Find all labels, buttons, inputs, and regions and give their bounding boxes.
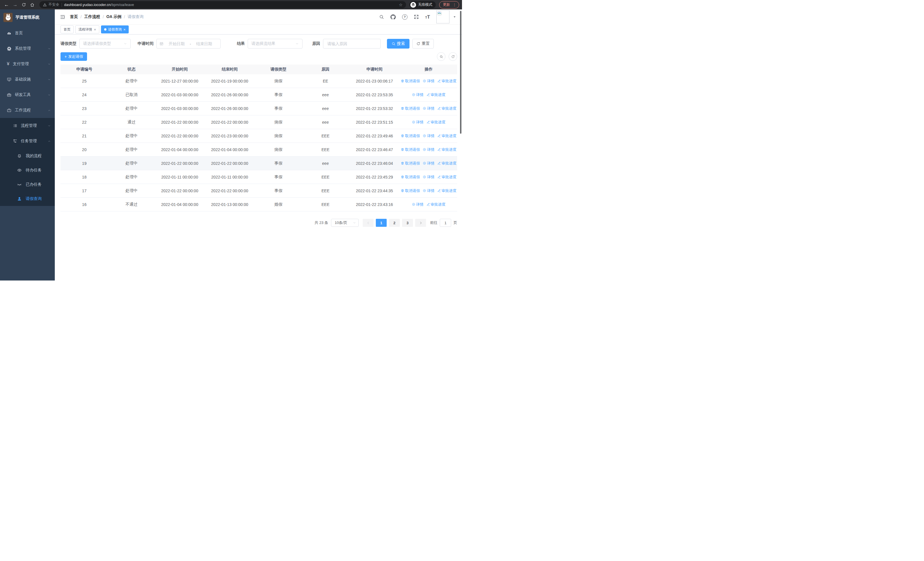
detail-link[interactable]: 详情	[412, 202, 423, 207]
tab-流程详情[interactable]: 流程详情×	[75, 26, 99, 33]
progress-link[interactable]: 审批进度	[437, 174, 456, 180]
sidebar-item[interactable]: 任务管理	[0, 133, 55, 149]
browser-home-button[interactable]	[28, 1, 36, 9]
user-menu-caret-icon[interactable]	[453, 15, 456, 18]
cancel-link[interactable]: 取消请假	[400, 78, 420, 84]
result-select[interactable]: 请选择流结果	[248, 39, 303, 48]
breadcrumb: 首页/工作流程/OA 示例/请假查询	[70, 14, 144, 20]
next-page-button[interactable]	[415, 219, 426, 227]
sidebar-item-label: 支付管理	[13, 62, 29, 66]
progress-link[interactable]: 审批进度	[437, 147, 456, 152]
refresh-table-button[interactable]	[448, 52, 457, 61]
sidebar-item[interactable]: 我的流程	[0, 149, 55, 163]
detail-link[interactable]: 详情	[423, 106, 434, 111]
detail-link[interactable]: 详情	[423, 161, 434, 166]
sidebar-item[interactable]: 待办任务	[0, 163, 55, 177]
pen-icon	[437, 175, 441, 179]
progress-link[interactable]: 审批进度	[426, 92, 446, 98]
reason-input[interactable]	[327, 41, 377, 46]
address-bar[interactable]: 不安全 dashboard.yudao.iocoder.cn/bpm/oa/le…	[39, 1, 406, 8]
page-button[interactable]: 3	[402, 219, 413, 227]
apply-time-range-picker[interactable]: -	[156, 39, 220, 48]
page-button[interactable]: 2	[389, 219, 400, 227]
sidebar-fold-icon[interactable]	[60, 14, 65, 20]
sidebar-item[interactable]: 研发工具	[0, 87, 55, 102]
progress-link[interactable]: 审批进度	[437, 161, 456, 166]
action-label: 取消请假	[405, 147, 420, 152]
help-icon[interactable]: ?	[402, 14, 408, 20]
cancel-link[interactable]: 取消请假	[400, 161, 420, 166]
sidebar: 芋道管理系统 首页系统管理¥支付管理基础设施研发工具工作流程 流程管理任务管理我…	[0, 9, 55, 281]
sidebar-item[interactable]: 系统管理	[0, 41, 55, 56]
tab-请假查询[interactable]: 请假查询×	[101, 26, 129, 33]
detail-link[interactable]: 详情	[423, 174, 434, 180]
breadcrumb-item[interactable]: 工作流程	[84, 14, 100, 20]
progress-link[interactable]: 审批进度	[426, 120, 446, 125]
browser-back-button[interactable]: ←	[3, 1, 10, 9]
reset-button[interactable]: 重置	[412, 39, 434, 48]
detail-link[interactable]: 详情	[412, 120, 423, 125]
tab-首页[interactable]: 首页	[60, 26, 74, 33]
user-icon	[17, 197, 22, 201]
end-date-input[interactable]	[193, 41, 216, 46]
browser-reload-button[interactable]	[20, 1, 27, 9]
fullscreen-icon[interactable]	[414, 14, 419, 20]
progress-link[interactable]: 审批进度	[437, 78, 456, 84]
sidebar-item[interactable]: 首页	[0, 26, 55, 41]
prev-page-button[interactable]	[363, 219, 374, 227]
font-size-icon[interactable]: TT	[425, 14, 430, 20]
detail-link[interactable]: 详情	[423, 188, 434, 193]
tab-close-icon[interactable]: ×	[94, 28, 96, 32]
action-label: 审批进度	[430, 92, 446, 98]
sidebar-logo[interactable]: 芋道管理系统	[0, 9, 55, 26]
table-body: 25处理中2021-12-27 00:00:002022-01-19 00:00…	[60, 74, 457, 211]
browser-forward-button[interactable]: →	[11, 1, 19, 9]
goto-suffix: 页	[453, 220, 457, 226]
sidebar-item[interactable]: 工作流程	[0, 102, 55, 118]
sidebar-item[interactable]: 请假查询	[0, 192, 55, 206]
start-time: 2022-01-22 00:00:00	[155, 129, 205, 143]
scrollbar-thumb[interactable]	[460, 11, 461, 134]
detail-link[interactable]: 详情	[423, 147, 434, 152]
start-date-input[interactable]	[165, 41, 188, 46]
sidebar-item[interactable]: 已办任务	[0, 177, 55, 192]
page-button[interactable]: 1	[376, 219, 387, 227]
progress-link[interactable]: 审批进度	[437, 106, 456, 111]
action-label: 详情	[427, 133, 434, 138]
cancel-link[interactable]: 取消请假	[400, 106, 420, 111]
progress-link[interactable]: 审批进度	[426, 202, 446, 207]
detail-link[interactable]: 详情	[423, 133, 434, 138]
cancel-link[interactable]: 取消请假	[400, 174, 420, 180]
cancel-link[interactable]: 取消请假	[400, 188, 420, 193]
row-actions: 详情审批进度	[400, 198, 457, 211]
detail-link[interactable]: 详情	[412, 92, 423, 98]
toggle-search-button[interactable]	[437, 52, 446, 61]
sidebar-item[interactable]: ¥支付管理	[0, 56, 55, 72]
breadcrumb-item[interactable]: 首页	[70, 14, 78, 20]
header-search-icon[interactable]	[379, 14, 384, 20]
page-size-select[interactable]: 10条/页	[331, 219, 359, 227]
user-avatar[interactable]	[436, 10, 450, 23]
goto-page-input[interactable]	[440, 219, 451, 227]
breadcrumb-separator: /	[81, 15, 82, 19]
create-leave-button[interactable]: + 发起请假	[60, 52, 87, 61]
breadcrumb-item[interactable]: OA 示例	[106, 14, 121, 20]
progress-link[interactable]: 审批进度	[437, 133, 456, 138]
leave-type-select[interactable]: 请选择请假类型	[80, 39, 131, 48]
cancel-link[interactable]: 取消请假	[400, 133, 420, 138]
forward-icon: →	[13, 2, 18, 7]
tab-close-icon[interactable]: ×	[123, 28, 126, 32]
browser-update-button[interactable]: 更新 ⋮	[439, 1, 459, 9]
reason: eee	[302, 88, 349, 101]
security-indicator[interactable]: 不安全	[43, 2, 59, 7]
bookmark-star-icon[interactable]: ☆	[399, 3, 403, 7]
sidebar-item[interactable]: 流程管理	[0, 118, 55, 133]
browser-menu-icon[interactable]: ⋮	[453, 3, 456, 7]
detail-link[interactable]: 详情	[423, 78, 434, 84]
search-button[interactable]: 搜索	[387, 39, 410, 48]
sidebar-item[interactable]: 基础设施	[0, 72, 55, 87]
status: 通过	[108, 116, 155, 129]
progress-link[interactable]: 审批进度	[437, 188, 456, 193]
cancel-link[interactable]: 取消请假	[400, 147, 420, 152]
github-icon[interactable]	[390, 14, 396, 20]
